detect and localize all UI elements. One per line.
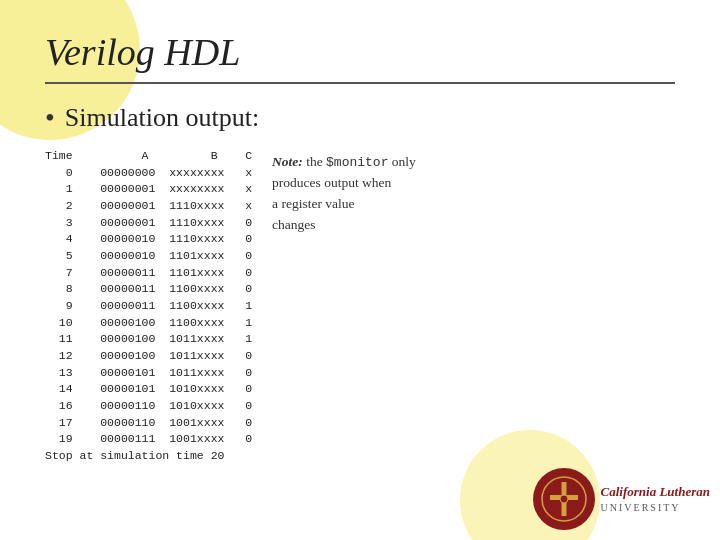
note-line3: a register value	[272, 196, 354, 211]
note-text-part2: only	[388, 154, 415, 169]
main-content-area: Time A B C 0 00000000 xxxxxxxx x 1 00000…	[45, 148, 675, 465]
note-label: Note:	[272, 154, 303, 169]
university-logo-text: California Lutheran UNIVERSITY	[601, 483, 710, 515]
university-name-line1: California Lutheran	[601, 483, 710, 501]
note-line2: produces output when	[272, 175, 391, 190]
page-title: Verilog HDL	[45, 30, 675, 74]
monitor-command: $monitor	[326, 155, 388, 170]
title-divider	[45, 82, 675, 84]
note-text-part1: the	[306, 154, 326, 169]
section-heading-text: Simulation output:	[65, 103, 259, 133]
university-name-line2: UNIVERSITY	[601, 501, 710, 515]
svg-point-4	[560, 495, 568, 503]
note-line4: changes	[272, 217, 315, 232]
simulation-output-code: Time A B C 0 00000000 xxxxxxxx x 1 00000…	[45, 148, 252, 465]
section-heading: • Simulation output:	[45, 102, 675, 134]
bullet-point: •	[45, 102, 55, 134]
note-area: Note: the $monitor only produces output …	[272, 148, 416, 236]
